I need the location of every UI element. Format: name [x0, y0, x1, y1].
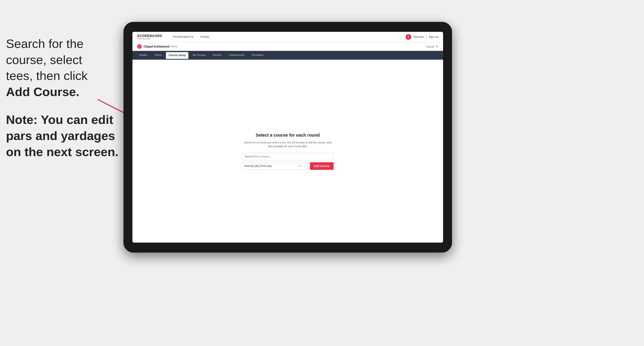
tablet-screen: SCOREBOARD Powered by clippd TOURNAMENTS…	[132, 32, 443, 243]
sign-out-link[interactable]: Sign out	[429, 35, 438, 38]
main-content: Select a course for each round Search fo…	[132, 60, 443, 243]
tee-select-value: Gold (M) (M) (7010 yds)	[244, 165, 272, 168]
card-title: Select a course for each round	[242, 133, 334, 138]
tee-clear-icon[interactable]: ✕	[298, 165, 301, 168]
cancel-button[interactable]: Cancel ✕	[426, 45, 438, 48]
top-nav: SCOREBOARD Powered by clippd TOURNAMENTS…	[132, 32, 443, 42]
annotation-line1: Search for the	[6, 37, 84, 50]
logo-text: SCOREBOARD	[137, 34, 162, 38]
card-description: Search for a course and select a tee. Yo…	[242, 141, 334, 148]
course-search-input[interactable]: Peachtree GC	[242, 153, 334, 160]
annotation-line2: course, select	[6, 53, 82, 67]
nav-teams[interactable]: TEAMS	[200, 35, 209, 38]
tournament-icon: C	[137, 44, 142, 49]
user-initial: T	[408, 36, 409, 38]
tee-select-controls: ✕ ⌃⌄	[298, 165, 306, 168]
nav-separator: |	[426, 35, 427, 38]
annotation-bold: Add Course.	[6, 85, 80, 99]
annotation-note-text: Note: You can edit pars and yardages on …	[6, 113, 118, 159]
nav-tournaments[interactable]: TOURNAMENTS	[173, 35, 194, 38]
tee-select-row: Gold (M) (M) (7010 yds) ✕ ⌃⌄ Add Course	[242, 162, 334, 170]
tournament-name: Clippd Invitational	[144, 45, 170, 48]
tournament-gender: (Men)	[171, 45, 178, 48]
tab-tee-groups[interactable]: Tee Groups	[189, 51, 209, 60]
annotation-area: Search for the course, select tees, then…	[6, 36, 122, 160]
course-card: Select a course for each round Search fo…	[242, 133, 334, 170]
add-course-button[interactable]: Add Course	[310, 162, 334, 170]
tab-leaderboards[interactable]: Leaderboards	[225, 51, 248, 60]
tab-results[interactable]: Results	[209, 51, 225, 60]
logo: SCOREBOARD Powered by clippd	[137, 34, 162, 40]
logo-subtext: Powered by clippd	[137, 38, 162, 40]
annotation-note: Note: You can edit pars and yardages on …	[6, 112, 122, 160]
add-course-label: Add Course	[314, 165, 330, 168]
annotation-line3: tees, then click	[6, 69, 88, 83]
tab-course-setup[interactable]: Course Setup	[166, 52, 188, 59]
sub-nav: Details Teams Course Setup Tee Groups Re…	[132, 51, 443, 60]
tab-details[interactable]: Details	[136, 51, 151, 60]
tab-teams[interactable]: Teams	[151, 51, 166, 60]
annotation-main: Search for the course, select tees, then…	[6, 36, 122, 100]
cancel-icon: ✕	[436, 45, 438, 48]
user-avatar: T	[406, 34, 411, 40]
tab-printables[interactable]: Printables	[248, 51, 267, 60]
cancel-label: Cancel	[426, 45, 434, 48]
tee-select[interactable]: Gold (M) (M) (7010 yds) ✕ ⌃⌄	[242, 162, 308, 170]
tournament-icon-letter: C	[138, 45, 140, 48]
tablet-device: SCOREBOARD Powered by clippd TOURNAMENTS…	[124, 22, 452, 253]
user-name: Test User	[413, 35, 424, 38]
tee-dropdown-icon[interactable]: ⌃⌄	[302, 165, 306, 168]
nav-right: T Test User | Sign out	[406, 34, 438, 40]
tournament-header: C Clippd Invitational (Men) Cancel ✕	[132, 42, 443, 51]
